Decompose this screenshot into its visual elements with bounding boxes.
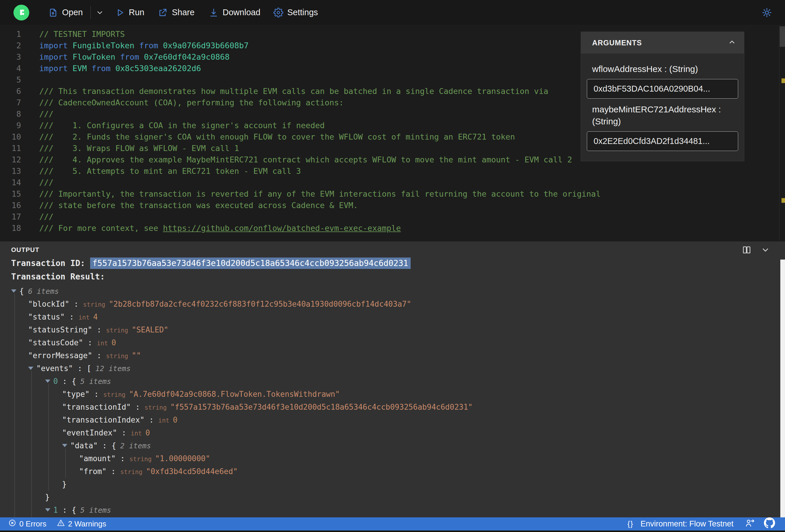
warnings-status[interactable]: 2 Warnings xyxy=(57,519,106,529)
code-text: /// xyxy=(39,177,54,188)
code-text: import FungibleToken from 0x9a0766d93b66… xyxy=(39,40,249,51)
tree-collapse-arrow-icon[interactable] xyxy=(45,380,50,383)
code-text: /// 5. Attempts to mint an ERC721 token … xyxy=(39,165,301,177)
chevron-up-icon[interactable] xyxy=(728,38,736,48)
line-number: 9 xyxy=(0,120,21,131)
open-label: Open xyxy=(62,8,83,17)
tree-row: "statusString" : string"SEALED" xyxy=(0,323,780,336)
environment-label[interactable]: Environment: Flow Testnet xyxy=(640,520,733,529)
code-line[interactable]: 15/// Importantly, the transaction is re… xyxy=(0,188,785,200)
line-number: 16 xyxy=(0,200,21,211)
code-line[interactable]: 14/// xyxy=(0,177,785,188)
line-number: 4 xyxy=(0,62,21,74)
indent-guide xyxy=(14,294,15,518)
transaction-id-value[interactable]: f557a1573b76aa53e73d46f3e10d200d5c18a653… xyxy=(90,257,411,269)
indent-guide xyxy=(65,449,66,478)
open-button[interactable]: Open xyxy=(48,8,83,18)
tree-collapse-arrow-icon[interactable] xyxy=(28,367,33,370)
braces-icon: {} xyxy=(628,520,634,528)
code-text: /// This transaction demonstrates how mu… xyxy=(39,85,548,97)
open-dropdown-button[interactable] xyxy=(95,8,104,17)
line-number: 5 xyxy=(0,74,21,85)
arguments-title: ARGUMENTS xyxy=(592,39,642,47)
errors-label: 0 Errors xyxy=(19,520,46,529)
code-text: import EVM from 0x8c5303eaa26202d6 xyxy=(39,62,201,74)
settings-label: Settings xyxy=(287,8,318,17)
tree-row: 1 : {5 items xyxy=(0,504,780,516)
warnings-label: 2 Warnings xyxy=(68,520,106,529)
gear-icon xyxy=(273,8,283,18)
warning-triangle-icon xyxy=(57,519,65,529)
json-tree: {6 items"blockId" : string"2b28cbfb87da2… xyxy=(0,285,780,518)
tree-row: "status" : int4 xyxy=(0,310,780,323)
code-text: /// xyxy=(39,211,54,222)
line-number: 2 xyxy=(0,40,21,51)
line-number: 7 xyxy=(0,97,21,108)
theme-toggle-button[interactable] xyxy=(762,7,772,18)
argument-label-maybemint: maybeMintERC721AddressHex : (String) xyxy=(592,103,736,127)
code-line[interactable]: 13/// 5. Attempts to mint an ERC721 toke… xyxy=(0,165,785,177)
tree-row: "blockId" : string"2b28cbfb87da2cfec4f02… xyxy=(0,298,780,310)
code-link[interactable]: https://github.com/onflow/batched-evm-ex… xyxy=(163,224,401,233)
play-icon xyxy=(115,8,125,17)
flow-runner-window: Open Run Share xyxy=(0,0,785,532)
share-label: Share xyxy=(172,8,194,17)
tree-collapse-arrow-icon[interactable] xyxy=(62,444,67,447)
github-icon[interactable] xyxy=(764,517,775,531)
tree-collapse-arrow-icon[interactable] xyxy=(45,508,50,511)
editor-scrollbar-thumb[interactable] xyxy=(780,26,785,47)
collapse-output-icon[interactable] xyxy=(760,245,770,256)
tree-collapse-arrow-icon[interactable] xyxy=(11,289,17,293)
code-text: // TESTNET IMPORTS xyxy=(39,28,125,40)
share-button[interactable]: Share xyxy=(158,8,194,18)
download-button[interactable]: Download xyxy=(209,8,260,18)
code-text: /// For more context, see https://github… xyxy=(39,222,401,234)
arguments-panel-body: wflowAddressHex : (String) maybeMintERC7… xyxy=(581,54,744,151)
arguments-panel: ARGUMENTS wflowAddressHex : (String) may… xyxy=(581,32,744,161)
output-scrollbar[interactable] xyxy=(780,259,785,518)
run-button[interactable]: Run xyxy=(115,8,144,17)
tree-row: {6 items xyxy=(0,285,780,298)
argument-label-wflow: wflowAddressHex : (String) xyxy=(592,63,736,75)
code-text: /// CadenceOwnedAccount (COA), performin… xyxy=(39,97,344,108)
desktop-background-sliver xyxy=(0,531,785,532)
tree-row: "events" : [12 items xyxy=(0,362,780,375)
code-line[interactable]: 17/// xyxy=(0,211,785,222)
code-text: /// 1. Configures a COA in the signer's … xyxy=(39,120,325,131)
status-bar: 0 Errors 2 Warnings {} Environment: Flow… xyxy=(0,517,785,531)
tree-row: "type" : string"A.7e60df042a9c0868.FlowT… xyxy=(0,388,780,401)
editor-scrollbar[interactable] xyxy=(779,25,785,241)
flow-logo-icon[interactable] xyxy=(14,5,29,21)
line-number: 3 xyxy=(0,51,21,62)
tree-row: } xyxy=(0,491,780,504)
argument-input-maybemint[interactable] xyxy=(587,131,738,151)
line-number: 17 xyxy=(0,211,21,222)
arguments-panel-header[interactable]: ARGUMENTS xyxy=(581,32,744,54)
indent-guide xyxy=(48,384,49,491)
argument-input-wflow[interactable] xyxy=(587,79,738,99)
settings-button[interactable]: Settings xyxy=(273,8,318,18)
tree-row: } xyxy=(0,478,780,491)
errors-status[interactable]: 0 Errors xyxy=(8,519,46,529)
code-text: /// 3. Wraps FLOW as WFLOW - EVM call 1 xyxy=(39,143,239,154)
indent-guide xyxy=(31,371,32,518)
run-label: Run xyxy=(129,8,144,17)
code-line[interactable]: 16/// state before the transaction was e… xyxy=(0,200,785,211)
error-circle-icon xyxy=(8,519,17,529)
transaction-id-label: Transaction ID: xyxy=(11,258,90,268)
tree-row: "transactionId" : string"f557a1573b76aa5… xyxy=(0,401,780,413)
tree-row: "statusCode" : int0 xyxy=(0,336,780,349)
tree-row: "errorMessage" : string"" xyxy=(0,349,780,362)
output-title: OUTPUT xyxy=(11,246,39,254)
tree-row: "eventIndex" : int0 xyxy=(0,426,780,439)
tree-row: "from" : string"0xfd3b4cd50d44e6ed" xyxy=(0,465,780,478)
code-line[interactable]: 18/// For more context, see https://gith… xyxy=(0,222,785,234)
line-number: 18 xyxy=(0,222,21,234)
download-icon xyxy=(209,8,219,18)
code-text: /// xyxy=(39,108,54,120)
download-label: Download xyxy=(223,8,260,17)
code-text: import FlowToken from 0x7e60df042a9c0868 xyxy=(39,51,229,62)
transaction-id-row: Transaction ID: f557a1573b76aa53e73d46f3… xyxy=(11,258,411,268)
feedback-person-icon[interactable] xyxy=(744,518,755,530)
split-panel-icon[interactable] xyxy=(742,245,752,256)
